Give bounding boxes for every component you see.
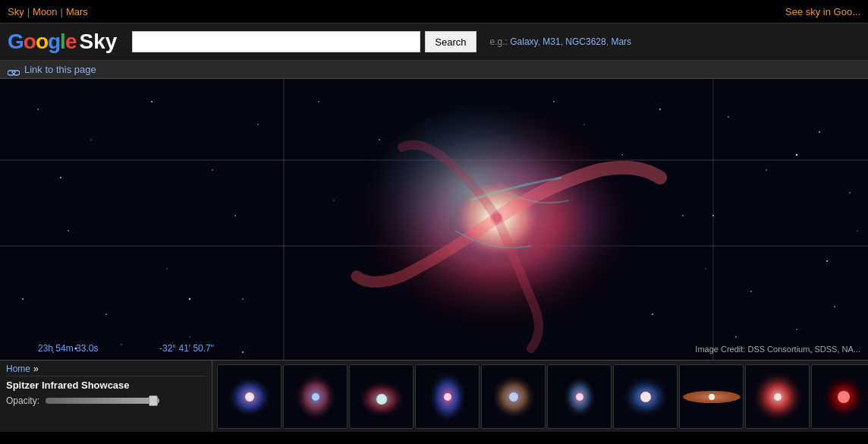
svg-point-3 [151,101,153,102]
thumbnail-6[interactable] [547,364,612,429]
svg-point-66 [509,392,518,401]
thumbnail-4[interactable] [415,364,480,429]
examples: e.g.: Galaxy, M31, NGC3628, Mars [490,36,632,47]
logo-google: Google [8,30,76,54]
svg-point-17 [857,230,857,231]
logo-area: Google Sky [8,30,117,54]
showcase-title: Spitzer Infrared Showcase [6,379,206,391]
svg-point-8 [257,124,258,124]
svg-point-54 [245,392,254,401]
svg-point-28 [652,313,653,315]
thumbnail-8[interactable] [679,364,744,429]
svg-point-51 [826,260,828,262]
svg-point-7 [22,298,24,300]
svg-point-13 [60,177,61,178]
see-sky-link[interactable]: See sky in Goo... [785,5,860,18]
thumbnail-9[interactable] [745,364,810,429]
svg-point-82 [838,391,850,403]
top-bar: Sky | Moon | Mars See sky in Goo... [0,0,868,24]
svg-point-16 [819,131,820,133]
svg-point-76 [709,394,715,400]
thumbnail-1[interactable] [217,364,281,429]
example-mars[interactable]: Mars [611,36,631,47]
example-galaxy[interactable]: Galaxy [510,36,537,47]
link-bar: Link to this page [0,61,868,79]
top-navigation: Sky | Moon | Mars [8,6,88,17]
home-navigation: Home » [6,364,206,376]
opacity-slider[interactable] [46,398,159,404]
svg-point-72 [640,392,651,402]
svg-point-14 [728,116,729,118]
svg-point-21 [318,101,319,102]
svg-point-34 [166,268,167,269]
svg-point-1 [37,109,39,110]
nav-moon[interactable]: Moon [33,6,58,17]
link-to-page[interactable]: Link to this page [24,64,96,75]
thumbnail-7[interactable] [613,364,678,429]
galaxy-canvas [0,79,868,360]
svg-point-36 [242,298,243,299]
separator-2: | [61,6,63,17]
svg-point-10 [189,336,190,337]
sky-view[interactable]: 23h 54m 33.0s -32° 41′ 50.7" Image Credi… [0,79,868,360]
example-ngc3628[interactable]: NGC3628 [565,36,605,47]
svg-point-50 [796,154,798,156]
svg-point-30 [849,192,850,193]
thumbnail-5[interactable] [481,364,546,429]
opacity-control: Opacity: [6,395,206,406]
example-m31[interactable]: M31 [542,36,560,47]
search-button[interactable]: Search [425,31,476,52]
thumbnail-10[interactable] [811,364,868,429]
svg-point-24 [659,109,661,110]
opacity-label: Opacity: [6,395,39,406]
nav-mars[interactable]: Mars [66,6,88,17]
search-input-area: Search [132,31,476,52]
separator-1: | [27,6,30,17]
svg-point-9 [234,215,236,216]
opacity-thumb[interactable] [149,395,158,406]
thumbnail-2[interactable] [283,364,348,429]
examples-prefix: e.g.: [490,36,508,47]
search-bar: Google Sky Search e.g.: Galaxy, M31, NGC… [0,24,868,61]
svg-point-29 [834,306,835,307]
logo-sky: Sky [79,30,117,54]
home-link-anchor[interactable]: Home [6,364,30,374]
svg-point-4 [212,169,212,170]
svg-point-60 [376,394,387,405]
bottom-panel: Home » Spitzer Infrared Showcase Opacity… [0,360,868,432]
svg-point-38 [735,336,737,338]
coords-ra: 23h 54m 33.0s [38,343,98,354]
svg-point-79 [774,393,782,401]
svg-point-63 [444,393,451,401]
home-arrow: » [33,364,39,374]
coords-dec: -32° 41′ 50.7" [159,343,214,354]
link-icon [8,66,20,74]
svg-point-19 [796,329,797,329]
left-panel: Home » Spitzer Infrared Showcase Opacity… [0,361,212,432]
svg-point-57 [312,393,319,401]
svg-point-48 [189,298,190,300]
thumbnail-3[interactable] [349,364,414,429]
search-input[interactable] [132,31,420,52]
image-credit: Image Credit: DSS Consortium, SDSS, NA..… [695,345,860,354]
svg-point-6 [121,344,121,345]
svg-point-18 [750,291,752,292]
nav-sky[interactable]: Sky [8,6,24,17]
see-sky-anchor[interactable]: See sky in Goo... [785,6,860,17]
thumbnail-strip [212,361,868,432]
svg-point-69 [576,393,583,401]
svg-point-49 [242,351,244,353]
svg-point-27 [705,268,706,269]
svg-point-15 [766,169,766,170]
svg-point-35 [105,313,107,315]
svg-point-5 [68,230,69,231]
svg-point-2 [90,139,91,140]
